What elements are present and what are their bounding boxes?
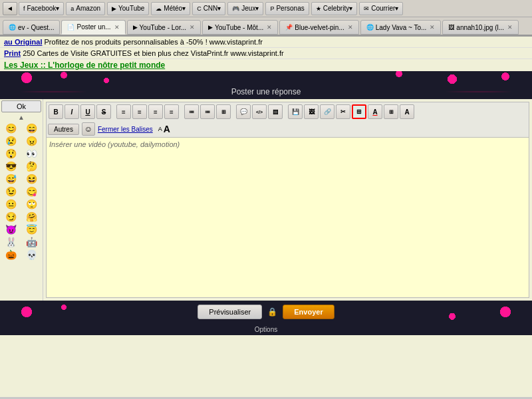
- autres-button[interactable]: Autres: [48, 124, 79, 135]
- bold-button[interactable]: B: [49, 104, 63, 119]
- tab-close-icon[interactable]: ✕: [348, 24, 353, 31]
- page-title-link[interactable]: Les Jeux :: L'horloge de nôtre petit mon…: [4, 61, 165, 70]
- toolbar-sep-2: [180, 104, 183, 119]
- italic-button[interactable]: I: [65, 104, 79, 119]
- font-size-control: A A: [158, 124, 170, 134]
- jeux-icon: 🎮: [232, 5, 239, 12]
- tab-blue-velvet[interactable]: 📌 Blue-velvet-pin... ✕: [279, 20, 358, 35]
- tab-close-icon[interactable]: ✕: [114, 24, 120, 31]
- tab-poster[interactable]: 📄 Poster un... ✕: [61, 20, 125, 35]
- table-button[interactable]: ▤: [268, 104, 283, 119]
- emoji-13[interactable]: 😐: [1, 198, 21, 210]
- tab-bar: 🌐 ev - Quest... 📄 Poster un... ✕ ▶ YouTu…: [0, 17, 532, 36]
- tab-close-icon[interactable]: ✕: [190, 24, 195, 31]
- bookmark-jeux[interactable]: 🎮 Jeux ▾: [227, 2, 263, 15]
- bookmark-celebrity[interactable]: ★ Celebrity ▾: [311, 2, 357, 15]
- save-button[interactable]: 💾: [288, 104, 303, 119]
- emoji-5[interactable]: 😲: [1, 148, 21, 160]
- courrier-icon: ✉: [364, 5, 369, 12]
- emoji-18[interactable]: 😇: [22, 223, 42, 235]
- options-link[interactable]: Options: [255, 326, 277, 333]
- tab-youtube2[interactable]: ▶ YouTube - Môt... ✕: [202, 20, 278, 35]
- emoji-22[interactable]: 💀: [22, 249, 42, 261]
- nav-back-button[interactable]: ◄: [3, 2, 17, 15]
- code-button[interactable]: </>: [252, 104, 267, 119]
- forum-header-title: Poster une réponse: [5, 87, 527, 96]
- tab-icon: 🖼: [448, 24, 454, 31]
- send-button[interactable]: Envoyer: [283, 305, 334, 319]
- bookmark-youtube[interactable]: ▶ YouTube: [107, 2, 149, 15]
- font-increase-button[interactable]: A: [164, 124, 170, 134]
- close-balises-button[interactable]: Fermer les Balises: [98, 126, 153, 133]
- tab-quest[interactable]: 🌐 ev - Quest...: [3, 20, 60, 35]
- tab-close-icon[interactable]: ✕: [267, 24, 272, 31]
- font-size2-button[interactable]: A: [400, 104, 414, 119]
- bookmark-label: CNN: [203, 5, 218, 12]
- emoji-12[interactable]: 😋: [22, 186, 42, 198]
- ad-link-2[interactable]: Print: [4, 49, 21, 57]
- more-button[interactable]: ⊞: [216, 104, 231, 119]
- cnn-icon: C: [197, 5, 201, 12]
- tab-close-icon[interactable]: ✕: [507, 24, 513, 31]
- emoji-7[interactable]: 😎: [1, 160, 21, 172]
- emoji-2[interactable]: 😄: [22, 122, 42, 134]
- bookmark-personas[interactable]: P Personas: [265, 2, 309, 15]
- emoji-4[interactable]: 😠: [22, 135, 42, 147]
- bookmark-facebook[interactable]: f Facebook ▾: [19, 2, 64, 15]
- bookmark-cnn[interactable]: C CNN ▾: [192, 2, 225, 15]
- smiley-button[interactable]: ☺: [82, 122, 95, 136]
- emoji-10[interactable]: 😆: [22, 173, 42, 185]
- font-color-button[interactable]: A: [368, 104, 382, 119]
- emoji-8[interactable]: 🤔: [22, 160, 42, 172]
- emoji-3[interactable]: 😢: [1, 135, 21, 147]
- emoji-15[interactable]: 😏: [1, 211, 21, 223]
- ad-link-1[interactable]: au Original: [4, 38, 42, 46]
- emoji-14[interactable]: 🙄: [22, 198, 42, 210]
- align-right-button[interactable]: ≡: [148, 104, 163, 119]
- emoji-21[interactable]: 🎃: [1, 249, 21, 261]
- list-bullet-button[interactable]: ≔: [184, 104, 199, 119]
- emoji-11[interactable]: 😉: [1, 186, 21, 198]
- tab-icon: 🌐: [366, 24, 374, 31]
- bookmark-meteo[interactable]: ☁ Météo ▾: [151, 2, 190, 15]
- image-button[interactable]: 🖼: [304, 104, 319, 119]
- tab-close-icon[interactable]: ✕: [430, 24, 435, 31]
- splatter-bar-top: [0, 71, 532, 84]
- tab-icon: 📌: [285, 24, 293, 31]
- emoji-16[interactable]: 🤗: [22, 211, 42, 223]
- bookmark-label: Jeux: [241, 5, 255, 12]
- preview-button[interactable]: Prévisualiser: [198, 305, 262, 319]
- emoji-20[interactable]: 🤖: [22, 236, 42, 248]
- grid-highlighted-button[interactable]: ⊞: [352, 104, 366, 119]
- emoji-17[interactable]: 😈: [1, 223, 21, 235]
- ad-bar-2: Print 250 Cartes de Visite GRATUITES et …: [0, 48, 532, 59]
- bookmark-label: Celebrity: [323, 5, 349, 12]
- font-decrease-button[interactable]: A: [158, 126, 162, 132]
- emoji-6[interactable]: 👀: [22, 148, 42, 160]
- ok-button[interactable]: Ok: [1, 100, 41, 112]
- table2-button[interactable]: ⊞: [384, 104, 398, 119]
- tab-lady-vava[interactable]: 🌐 Lady Vava ~ To... ✕: [360, 20, 442, 35]
- scissors-button[interactable]: ✂: [336, 104, 350, 119]
- tab-icon: ▶: [133, 24, 138, 31]
- text-editor-area[interactable]: Insérer une vidéo (youtube, dailymotion): [47, 138, 529, 297]
- tab-youtube1[interactable]: ▶ YouTube - Lor... ✕: [127, 20, 201, 35]
- emoji-19[interactable]: 🐰: [1, 236, 21, 248]
- align-left-button[interactable]: ≡: [116, 104, 131, 119]
- tab-annah[interactable]: 🖼 annah10.jpg (l... ✕: [442, 20, 519, 35]
- facebook-icon: f: [23, 5, 25, 12]
- tab-icon: 📄: [67, 24, 74, 31]
- quote-button[interactable]: 💬: [236, 104, 251, 119]
- emoji-1[interactable]: 😊: [1, 122, 21, 134]
- bookmark-amazon[interactable]: a Amazon: [66, 2, 105, 15]
- emoji-9[interactable]: 😅: [1, 173, 21, 185]
- strikethrough-button[interactable]: S: [96, 104, 111, 119]
- editor-toolbar: B I U S ≡ ≡ ≡ ≡ ≔ ≔ ⊞ 💬 </> ▤ 💾 🖼: [46, 102, 529, 121]
- align-justify-button[interactable]: ≡: [164, 104, 179, 119]
- bookmark-courrier[interactable]: ✉ Courrier ▾: [359, 2, 403, 15]
- ad-bar-1: au Original Profitez de nos produits per…: [0, 37, 532, 48]
- align-center-button[interactable]: ≡: [132, 104, 147, 119]
- link-button[interactable]: 🔗: [320, 104, 334, 119]
- underline-button[interactable]: U: [80, 104, 95, 119]
- list-number-button[interactable]: ≔: [200, 104, 215, 119]
